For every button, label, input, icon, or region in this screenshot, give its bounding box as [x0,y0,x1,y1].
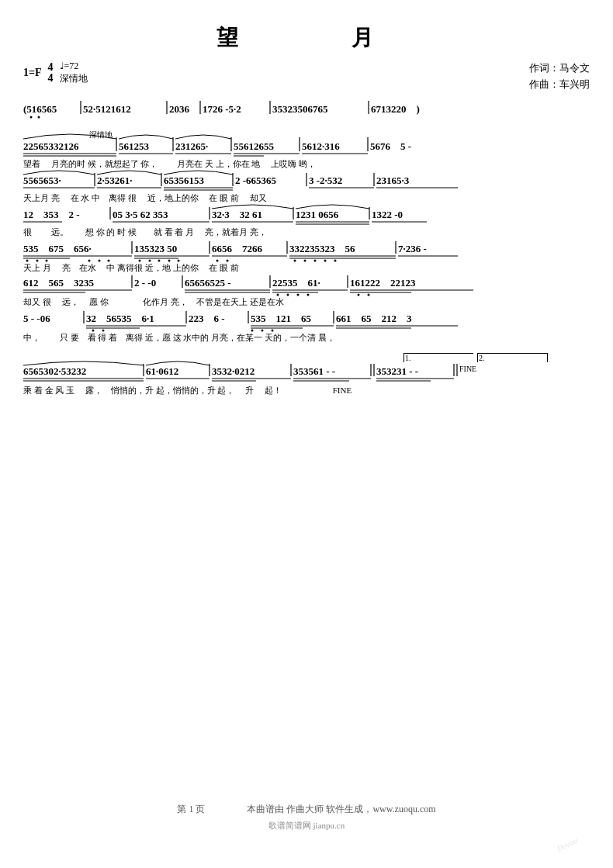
svg-text:FINE: FINE [459,365,476,373]
svg-text:很　　 远。　　想 你 的 时 候　　就 看 着 月　 亮，: 很 远。 想 你 的 时 候 就 看 着 月 亮，就着月 亮， [23,227,267,237]
time-bottom: 4 [48,73,54,84]
svg-text:65656525 -: 65656525 - [185,277,231,289]
svg-text:332235323　56: 332235323 56 [289,243,355,254]
svg-text:22565332126: 22565332126 [23,140,79,152]
svg-point-11 [30,116,33,118]
svg-text:2·53261·: 2·53261· [97,175,133,186]
svg-point-97 [294,259,296,261]
svg-text:中，　　 只 要　看 得 着　离得 近，愿 这 水中的 月亮: 中， 只 要 看 得 着 离得 近，愿 这 水中的 月亮，在某一 天的，一个清 … [23,333,335,342]
svg-point-96 [227,259,229,261]
svg-rect-151 [477,353,547,354]
svg-point-100 [324,259,327,261]
svg-text:612　565　3235: 612 565 3235 [23,277,95,289]
svg-text:23165·3: 23165·3 [376,175,410,186]
svg-text:2 -665365: 2 -665365 [235,175,277,186]
svg-point-143 [102,329,105,331]
svg-text:535　121　65: 535 121 65 [251,313,312,324]
header-row: 1=F 4 4 ♩=72 深情地 作词：马令文 作曲：车兴明 [23,61,590,93]
svg-text:535　675　656·: 535 675 656· [23,243,92,254]
svg-point-91 [149,259,151,261]
svg-point-146 [272,329,274,331]
svg-point-93 [168,259,171,261]
svg-point-94 [178,259,180,261]
svg-text:天上 月　 亮　在水　 中 离得很 近，地 上的你　 在 眼: 天上 月 亮 在水 中 离得很 近，地 上的你 在 眼 前 [23,263,239,272]
header-right: 作词：马令文 作曲：车兴明 [529,61,590,93]
svg-point-101 [334,259,337,261]
svg-text:6565302·53232: 6565302·53232 [23,365,86,377]
page-footer: 第 1 页 本曲谱由 作曲大师 软件生成，www.zuoqu.com [23,803,590,816]
svg-point-89 [108,259,110,261]
footer-credit: 本曲谱由 作曲大师 软件生成，www.zuoqu.com [247,804,435,814]
svg-text:2036: 2036 [169,103,190,115]
svg-text:5612·316: 5612·316 [302,140,340,152]
svg-point-123 [307,293,310,296]
svg-text:1322 -0: 1322 -0 [372,209,403,220]
header-left: 1=F 4 4 ♩=72 深情地 [23,61,88,85]
svg-text:7·236 -: 7·236 - [398,243,427,254]
svg-text:1726 -5·2: 1726 -5·2 [203,103,241,115]
svg-point-98 [304,259,306,261]
svg-text:1.: 1. [405,354,411,362]
time-signature: 4 4 [48,62,54,84]
svg-text:2 - -0: 2 - -0 [134,277,156,289]
svg-text:5 - -06: 5 - -06 [23,313,50,324]
svg-rect-153 [547,353,548,362]
svg-point-90 [139,259,141,261]
svg-point-99 [314,259,317,261]
page-title: 望 月 [23,23,590,53]
brand-watermark: Doyasi [556,836,579,853]
svg-text:望着　 月亮的时 候，就想起了 你，　　 月亮在 天 上，你: 望着 月亮的时 候，就想起了 你， 月亮在 天 上，你在 地 上哎嗨 哟， [23,159,316,168]
site-name: 歌谱简谱网 jianpu.cn [268,821,345,830]
time-top: 4 [48,62,54,73]
key-label: 1=F [23,67,42,79]
svg-point-120 [277,293,279,296]
svg-point-86 [46,259,48,261]
svg-text:乘 着 金 风 玉　 露，　悄悄的，升 起，悄悄的，升 起，: 乘 着 金 风 玉 露， 悄悄的，升 起，悄悄的，升 起， 升 起！ FINE [23,386,352,395]
svg-text:231265·: 231265· [175,140,208,152]
svg-text:5565653·: 5565653· [23,175,61,186]
svg-text:135323 50: 135323 50 [134,243,177,254]
svg-point-124 [358,293,360,296]
svg-text:223　6 -: 223 6 - [189,313,225,324]
svg-rect-148 [403,353,473,354]
svg-point-12 [38,116,40,118]
svg-text:561253: 561253 [119,140,150,152]
svg-text:05 3·5 62 353: 05 3·5 62 353 [113,209,168,220]
svg-point-95 [216,259,219,261]
svg-point-142 [92,329,95,331]
key-time-row: 1=F 4 4 ♩=72 深情地 [23,61,88,85]
tempo: ♩=72 [60,61,88,72]
svg-text:却又 很　 远，　 愿 你　　　　化作月 亮，　不管是在天上: 却又 很 远， 愿 你 化作月 亮， 不管是在天上 还是在水 [23,297,284,306]
page-container: 望 月 1=F 4 4 ♩=72 深情地 作词：马令文 作曲：车兴明 text.… [23,23,590,868]
svg-point-84 [26,259,29,261]
svg-point-87 [88,259,91,261]
svg-text:2.: 2. [479,354,485,362]
music-score-svg: text.nota { font-family: 'SimSun','宋体',s… [23,97,590,795]
svg-text:3 -2·532: 3 -2·532 [309,175,342,186]
svg-text:61·0612: 61·0612 [146,365,178,377]
svg-rect-149 [403,353,404,362]
svg-text:55612655: 55612655 [234,140,275,152]
svg-text:32·3　32 61: 32·3 32 61 [212,209,262,220]
svg-text:(516565: (516565 [23,103,57,115]
svg-point-92 [158,259,161,261]
svg-point-145 [261,329,264,331]
svg-point-85 [36,259,39,261]
svg-text:161222　22123: 161222 22123 [350,277,416,289]
lyricist-label: 作曲：车兴明 [529,77,590,93]
svg-text:22535　61·: 22535 61· [272,277,320,289]
svg-text:353231 - -: 353231 - - [376,365,418,377]
composer-label: 作词：马令文 [529,61,590,77]
svg-text:6713220　): 6713220 ) [371,103,420,115]
svg-text:1231 0656: 1231 0656 [296,209,339,220]
site-watermark: 歌谱简谱网 jianpu.cn [23,820,590,832]
svg-text:353561 - -: 353561 - - [293,365,335,377]
svg-rect-152 [477,353,478,362]
svg-text:5676　5 -: 5676 5 - [370,140,411,152]
style-mark: 深情地 [60,72,88,85]
tempo-style: ♩=72 深情地 [60,61,88,85]
svg-point-144 [251,329,254,331]
svg-text:65356153: 65356153 [164,175,205,186]
svg-point-122 [297,293,300,296]
svg-text:35323506765: 35323506765 [272,103,328,115]
